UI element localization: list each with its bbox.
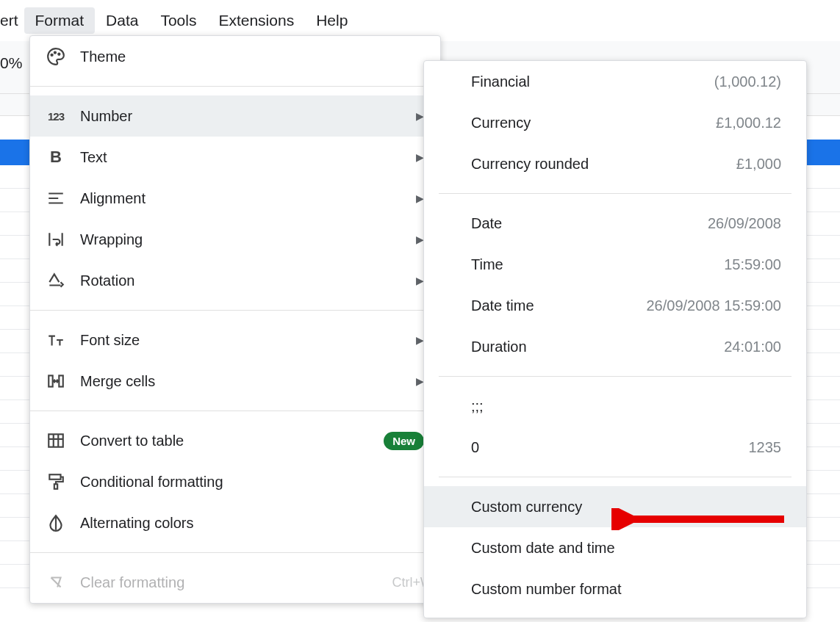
number-option-custom-number-format[interactable]: Custom number format bbox=[424, 568, 806, 610]
number-option-semicolons[interactable]: ;;; bbox=[424, 386, 806, 427]
number-option-custom-currency[interactable]: Custom currency bbox=[424, 486, 806, 527]
merge-cells-icon bbox=[45, 370, 67, 392]
option-label: Date bbox=[471, 215, 708, 232]
option-label: Custom currency bbox=[471, 499, 781, 516]
option-example: £1,000 bbox=[736, 156, 781, 173]
number-option-time[interactable]: Time 15:59:00 bbox=[424, 244, 806, 285]
svg-rect-9 bbox=[54, 484, 57, 489]
menu-extensions[interactable]: Extensions bbox=[207, 7, 305, 34]
svg-rect-7 bbox=[49, 434, 63, 446]
option-example: 15:59:00 bbox=[724, 256, 781, 273]
option-label: Duration bbox=[471, 339, 724, 355]
number-option-currency-rounded[interactable]: Currency rounded £1,000 bbox=[424, 143, 806, 184]
menu-item-wrapping[interactable]: Wrapping ▶ bbox=[30, 219, 440, 260]
table-icon bbox=[45, 430, 67, 452]
menu-item-number[interactable]: 123 Number ▶ bbox=[30, 95, 440, 137]
menu-item-label: Theme bbox=[80, 48, 424, 65]
menu-item-text[interactable]: B Text ▶ bbox=[30, 137, 440, 178]
number-option-zero[interactable]: 0 1235 bbox=[424, 427, 806, 468]
option-label: Financial bbox=[471, 73, 714, 90]
option-label: Currency rounded bbox=[471, 156, 736, 173]
svg-rect-6 bbox=[59, 375, 62, 386]
paint-roller-icon bbox=[45, 471, 67, 493]
menu-separator bbox=[30, 552, 440, 553]
menu-item-label: Alternating colors bbox=[80, 515, 424, 532]
menu-item-label: Clear formatting bbox=[80, 574, 392, 591]
menu-item-alternating-colors[interactable]: Alternating colors bbox=[30, 502, 440, 543]
option-example: 26/09/2008 15:59:00 bbox=[646, 297, 781, 314]
zoom-level[interactable]: 0% bbox=[0, 54, 22, 72]
option-label: Custom date and time bbox=[471, 540, 781, 557]
menu-help[interactable]: Help bbox=[305, 7, 359, 34]
menu-item-font-size[interactable]: Font size ▶ bbox=[30, 319, 440, 361]
menu-separator bbox=[30, 310, 440, 311]
menu-item-theme[interactable]: Theme bbox=[30, 36, 440, 77]
bold-b-icon: B bbox=[45, 146, 67, 168]
menu-item-label: Alignment bbox=[80, 190, 416, 207]
option-example: 1235 bbox=[749, 439, 782, 456]
option-example: (1,000.12) bbox=[714, 73, 781, 90]
new-badge: New bbox=[384, 432, 424, 450]
alignment-icon bbox=[45, 187, 67, 209]
option-label: Custom number format bbox=[471, 581, 781, 598]
menu-item-convert-to-table[interactable]: Convert to table New bbox=[30, 420, 440, 461]
menu-data[interactable]: Data bbox=[95, 7, 149, 34]
number-option-custom-date-time[interactable]: Custom date and time bbox=[424, 527, 806, 568]
keyboard-shortcut: Ctrl+\ bbox=[392, 575, 424, 590]
wrapping-icon bbox=[45, 228, 67, 250]
menu-separator bbox=[30, 86, 440, 87]
number-option-date[interactable]: Date 26/09/2008 bbox=[424, 203, 806, 244]
menubar-truncated-left: ert bbox=[0, 7, 24, 34]
option-label: 0 bbox=[471, 439, 749, 456]
droplet-icon bbox=[45, 512, 67, 534]
svg-point-3 bbox=[54, 52, 56, 54]
menu-item-label: Wrapping bbox=[80, 231, 416, 248]
rotation-icon bbox=[45, 270, 67, 292]
number-option-duration[interactable]: Duration 24:01:00 bbox=[424, 326, 806, 367]
option-label: Currency bbox=[471, 115, 716, 131]
menu-tools[interactable]: Tools bbox=[149, 7, 207, 34]
option-label: ;;; bbox=[471, 398, 781, 415]
menu-separator bbox=[439, 193, 791, 194]
menu-format[interactable]: Format bbox=[24, 7, 96, 34]
option-example: 26/09/2008 bbox=[708, 215, 781, 232]
number-option-date-time[interactable]: Date time 26/09/2008 15:59:00 bbox=[424, 285, 806, 326]
menu-item-merge-cells[interactable]: Merge cells ▶ bbox=[30, 361, 440, 402]
menu-item-rotation[interactable]: Rotation ▶ bbox=[30, 260, 440, 301]
option-label: Date time bbox=[471, 297, 646, 314]
svg-rect-8 bbox=[49, 474, 60, 480]
svg-point-2 bbox=[51, 54, 53, 56]
palette-icon bbox=[45, 46, 67, 68]
number-option-currency[interactable]: Currency £1,000.12 bbox=[424, 102, 806, 143]
number-option-financial[interactable]: Financial (1,000.12) bbox=[424, 61, 806, 102]
menu-separator bbox=[439, 376, 791, 377]
option-label: Time bbox=[471, 256, 724, 273]
clear-format-icon bbox=[45, 571, 67, 593]
option-example: £1,000.12 bbox=[716, 115, 781, 131]
menu-separator bbox=[30, 411, 440, 411]
menu-item-label: Text bbox=[80, 149, 416, 166]
svg-point-4 bbox=[58, 54, 60, 55]
menu-item-clear-formatting[interactable]: Clear formatting Ctrl+\ bbox=[30, 562, 440, 603]
menu-item-alignment[interactable]: Alignment ▶ bbox=[30, 178, 440, 219]
format-dropdown: Theme 123 Number ▶ B Text ▶ Alignment ▶ … bbox=[29, 35, 441, 604]
option-example: 24:01:00 bbox=[724, 339, 781, 355]
menu-separator bbox=[439, 477, 791, 477]
menu-item-label: Rotation bbox=[80, 272, 416, 289]
menu-item-label: Conditional formatting bbox=[80, 474, 424, 491]
menu-item-label: Merge cells bbox=[80, 373, 416, 390]
svg-rect-5 bbox=[49, 375, 52, 386]
font-size-icon bbox=[45, 329, 67, 351]
number-submenu: Financial (1,000.12) Currency £1,000.12 … bbox=[423, 60, 807, 618]
menu-item-label: Font size bbox=[80, 332, 416, 349]
menu-item-label: Number bbox=[80, 108, 416, 125]
menu-item-conditional-formatting[interactable]: Conditional formatting bbox=[30, 461, 440, 502]
number-123-icon: 123 bbox=[45, 105, 67, 127]
menu-item-label: Convert to table bbox=[80, 433, 384, 449]
